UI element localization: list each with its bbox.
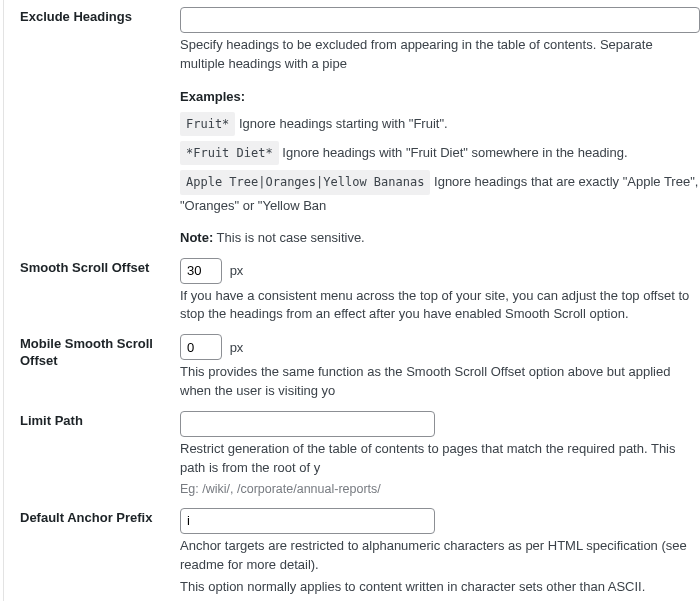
note-label: Note:	[180, 230, 213, 245]
example-row: Fruit* Ignore headings starting with "Fr…	[180, 112, 700, 136]
mobile-smooth-scroll-offset-label: Mobile Smooth Scroll Offset	[20, 330, 180, 407]
limit-path-input[interactable]	[180, 411, 435, 437]
mobile-smooth-scroll-offset-input[interactable]	[180, 334, 222, 360]
anchor-prefix-input[interactable]	[180, 508, 435, 534]
example-code: *Fruit Diet*	[180, 141, 279, 165]
exclude-headings-input[interactable]	[180, 7, 700, 33]
smooth-scroll-offset-input[interactable]	[180, 258, 222, 284]
example-text: Ignore headings with "Fruit Diet" somewh…	[282, 145, 627, 160]
examples-heading: Examples:	[180, 88, 700, 107]
unit-px: px	[226, 263, 244, 278]
example-row: Apple Tree|Oranges|Yellow Bananas Ignore…	[180, 170, 700, 216]
limit-path-label: Limit Path	[20, 407, 180, 504]
example-text: Ignore headings starting with "Fruit".	[239, 116, 448, 131]
example-code: Apple Tree|Oranges|Yellow Bananas	[180, 170, 430, 194]
exclude-headings-desc: Specify headings to be excluded from app…	[180, 36, 700, 74]
example-row: *Fruit Diet* Ignore headings with "Fruit…	[180, 141, 700, 165]
example-code: Fruit*	[180, 112, 235, 136]
limit-path-desc: Restrict generation of the table of cont…	[180, 440, 700, 478]
exclude-headings-label: Exclude Headings	[20, 3, 180, 254]
note-text: This is not case sensitive.	[217, 230, 365, 245]
mobile-smooth-scroll-offset-desc: This provides the same function as the S…	[180, 363, 700, 401]
anchor-prefix-label: Default Anchor Prefix	[20, 504, 180, 601]
limit-path-example: Eg: /wiki/, /corporate/annual-reports/	[180, 480, 700, 498]
anchor-prefix-desc: Anchor targets are restricted to alphanu…	[180, 537, 700, 575]
smooth-scroll-offset-label: Smooth Scroll Offset	[20, 254, 180, 331]
unit-px: px	[226, 340, 244, 355]
anchor-prefix-desc-2: This option normally applies to content …	[180, 578, 700, 597]
smooth-scroll-offset-desc: If you have a consistent menu across the…	[180, 287, 700, 325]
